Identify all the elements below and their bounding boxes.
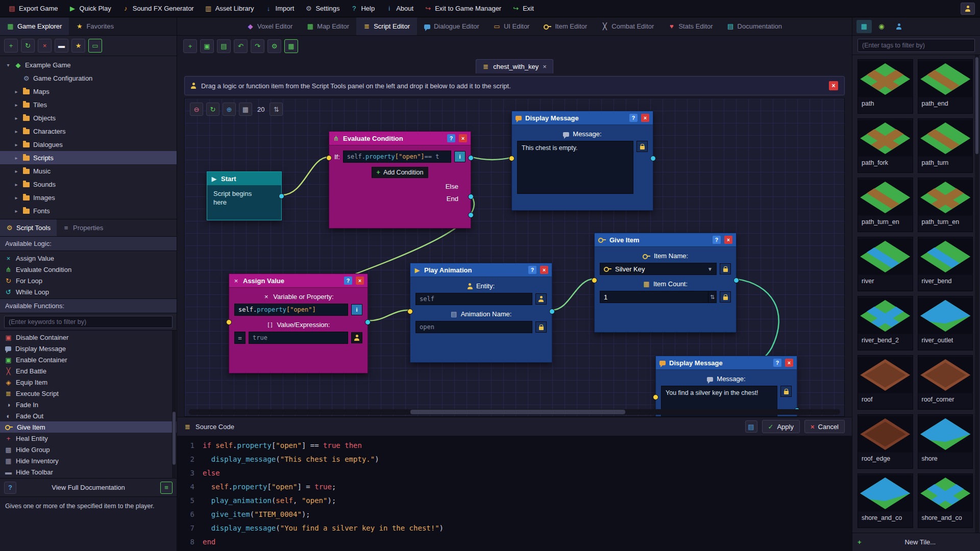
evaluate-input-port[interactable]	[326, 155, 332, 161]
assign-input-port[interactable]	[226, 319, 232, 325]
tree-item-scripts[interactable]: ▸Scripts	[0, 151, 177, 164]
tab-script-tools[interactable]: ⚙Script Tools	[0, 219, 57, 236]
right-tab-bulb[interactable]: ◉	[874, 20, 889, 33]
tree-chevron-icon[interactable]: ▸	[13, 168, 19, 174]
canvas-horizontal-scrollbar[interactable]	[189, 409, 840, 415]
node-play-animation[interactable]: ▶ Play Animation ? × Entity: self	[410, 263, 552, 363]
grid-size-stepper[interactable]: ⇅	[270, 103, 283, 116]
tab-chest-with-key[interactable]: ≣ chest_with_key ×	[476, 59, 553, 73]
tree-item-maps[interactable]: ▸Maps	[0, 85, 177, 98]
editor-tab-ui-editor[interactable]: ▭UI Editor	[486, 17, 537, 35]
variable-picker-button[interactable]: i	[351, 304, 362, 315]
assign-output-port[interactable]	[365, 319, 371, 325]
editor-save-button[interactable]: ▣	[200, 39, 214, 53]
menu-item-export-game[interactable]: ▤Export Game	[3, 0, 64, 17]
entity-picker-button[interactable]	[535, 293, 547, 305]
close-tab-icon[interactable]: ×	[543, 63, 547, 70]
docs-toggle-button[interactable]: ≡	[160, 482, 173, 494]
tile-roof-edge[interactable]: roof_edge	[857, 414, 913, 469]
function-item-hide-inventory[interactable]: ▦Hide Inventory	[0, 455, 177, 466]
zoom-in-button[interactable]: ⊕	[223, 103, 236, 116]
tile-path[interactable]: path	[857, 59, 913, 114]
grid-button[interactable]: ▦	[239, 103, 252, 116]
user-menu-button[interactable]	[961, 3, 975, 15]
display2-input-port[interactable]	[653, 394, 658, 400]
lock-button[interactable]	[780, 386, 792, 397]
code-line-4[interactable]: 4 self.property["open"] = true;	[183, 480, 846, 494]
functions-filter-input[interactable]	[4, 316, 173, 328]
start-output-port[interactable]	[279, 193, 284, 199]
function-item-heal-entity[interactable]: +Heal Entity	[0, 433, 177, 444]
logic-item-while-loop[interactable]: ↺While Loop	[0, 286, 177, 297]
condition-input[interactable]: self.property["open"] == t	[343, 151, 451, 163]
lock-button[interactable]	[720, 263, 731, 274]
editor-tab-voxel-editor[interactable]: ◆Voxel Editor	[240, 17, 300, 35]
editor-new-button[interactable]: +	[183, 39, 197, 53]
code-line-8[interactable]: 8end	[183, 535, 846, 549]
editor-tab-item-editor[interactable]: Item Editor	[536, 17, 594, 35]
tab-properties[interactable]: ≡Properties	[57, 219, 109, 236]
function-item-give-item[interactable]: Give Item	[0, 421, 177, 433]
tree-chevron-icon[interactable]: ▸	[13, 89, 19, 94]
node-delete-button[interactable]: ×	[724, 236, 732, 244]
menu-item-settings[interactable]: ⚙Settings	[300, 0, 345, 17]
tree-chevron-icon[interactable]: ▸	[13, 102, 19, 108]
node-help-button[interactable]: ?	[629, 114, 638, 122]
tree-item-tiles[interactable]: ▸Tiles	[0, 98, 177, 111]
tree-item-music[interactable]: ▸Music	[0, 164, 177, 178]
tree-item-characters[interactable]: ▸Characters	[0, 124, 177, 138]
editor-undo-button[interactable]: ↶	[234, 39, 248, 53]
node-give-item[interactable]: Give Item ? × Item Name: Silver Key	[594, 233, 737, 333]
tile-path-turn-en[interactable]: path_turn_en	[918, 178, 973, 232]
dismiss-hint-button[interactable]: ×	[829, 81, 838, 90]
message-textarea[interactable]: This chest is empty.	[517, 141, 633, 194]
tree-chevron-icon[interactable]: ▸	[13, 115, 19, 121]
tree-item-game-configuration[interactable]: ⚙Game Configuration	[0, 71, 177, 85]
editor-tab-stats-editor[interactable]: ♥Stats Editor	[661, 17, 720, 35]
equals-operator[interactable]: =	[234, 332, 246, 344]
node-delete-button[interactable]: ×	[459, 134, 467, 142]
tile-path-turn-en[interactable]: path_turn_en	[857, 178, 913, 232]
tile-filter-input[interactable]	[857, 39, 975, 52]
node-delete-button[interactable]: ×	[641, 114, 649, 122]
editor-redo-button[interactable]: ↷	[251, 39, 264, 53]
editor-tab-dialogue-editor[interactable]: Dialogue Editor	[417, 17, 486, 35]
tree-item-images[interactable]: ▸Images	[0, 191, 177, 204]
function-item-display-message[interactable]: Display Message	[0, 343, 177, 354]
item-count-input[interactable]: 1 ⇅	[600, 291, 717, 303]
canvas-scrollbar-thumb[interactable]	[410, 410, 625, 414]
value-input[interactable]: true	[249, 332, 348, 344]
function-item-disable-container[interactable]: ▣Disable Container	[0, 332, 177, 343]
logic-item-for-loop[interactable]: ↻For Loop	[0, 275, 177, 286]
function-item-fade-in[interactable]: ◑Fade In	[0, 399, 177, 410]
explorer-favorite-button[interactable]: ★	[71, 39, 85, 53]
explorer-delete-button[interactable]: ×	[38, 39, 52, 53]
right-tab-tiles[interactable]: ▦	[856, 20, 872, 33]
function-item-equip-item[interactable]: ◈Equip Item	[0, 377, 177, 388]
evaluate-end-output-port[interactable]	[468, 212, 474, 218]
node-canvas[interactable]: ⊖ ↻ ⊕ ▦ 20 ⇅	[184, 98, 845, 417]
give-input-port[interactable]	[592, 278, 597, 283]
tile-river[interactable]: river	[857, 237, 913, 291]
tile-roof-corner[interactable]: roof_corner	[918, 355, 973, 410]
tile-shore-and-co[interactable]: shore_and_co	[857, 473, 913, 528]
tree-chevron-icon[interactable]: ▸	[13, 129, 19, 134]
logic-item-assign-value[interactable]: ×Assign Value	[0, 253, 177, 264]
function-item-execute-script[interactable]: ≣Execute Script	[0, 388, 177, 399]
node-start[interactable]: ▶ Start Script begins here	[207, 171, 282, 220]
code-view-button[interactable]: ▤	[745, 420, 757, 433]
editor-tab-documentation[interactable]: ▤Documentation	[720, 17, 789, 35]
editor-tab-script-editor[interactable]: ≣Script Editor	[356, 17, 417, 35]
editor-tab-map-editor[interactable]: ▦Map Editor	[300, 17, 356, 35]
editor-grid-toggle-button[interactable]: ▦	[284, 39, 298, 53]
display1-output-port[interactable]	[650, 156, 656, 161]
node-play-header[interactable]: ▶ Play Animation ? ×	[410, 263, 552, 277]
left-tab-favorites[interactable]: ★Favorites	[69, 17, 120, 35]
tile-path-turn[interactable]: path_turn	[918, 118, 973, 173]
display1-input-port[interactable]	[509, 156, 514, 161]
tile-river-outlet[interactable]: river_outlet	[918, 296, 973, 350]
tile-roof[interactable]: roof	[857, 355, 913, 410]
node-delete-button[interactable]: ×	[356, 277, 364, 285]
tiles-scrollbar-thumb[interactable]	[975, 57, 978, 154]
right-tab-userblue[interactable]	[891, 20, 906, 33]
